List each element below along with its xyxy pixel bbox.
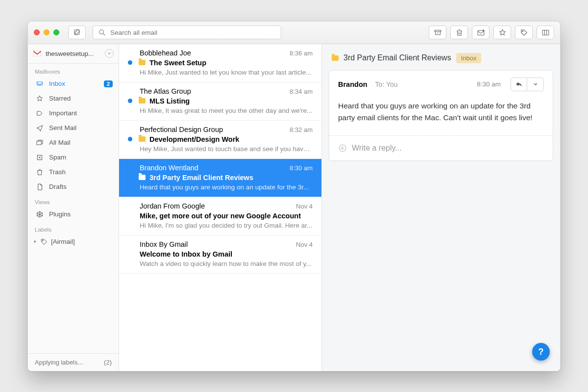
svg-point-1 (99, 29, 104, 34)
close-window-button[interactable] (34, 29, 40, 35)
mail-unread-icon (477, 28, 485, 37)
compose-button[interactable] (68, 26, 86, 39)
message-time: Nov 4 (296, 203, 313, 210)
reply-circle-icon (338, 144, 347, 153)
account-switcher[interactable]: thesweetsetup... (28, 44, 119, 64)
inbox-chip: Inbox (456, 53, 482, 63)
tag-button[interactable] (515, 26, 533, 39)
reader-subject: 3rd Party Email Client Reviews (343, 53, 451, 62)
sidebar-item-airmail-label[interactable]: [Airmail] (28, 235, 119, 249)
sidebar-item-label: Trash (49, 168, 113, 176)
inbox-badge: 2 (104, 80, 113, 87)
sidebar-item-allmail[interactable]: All Mail (28, 135, 119, 150)
message-preview: Hey Mike, Just wanted to touch base and … (140, 145, 313, 153)
plugins-icon (36, 210, 44, 218)
message-time: 8:32 am (290, 126, 313, 133)
sidebar-item-starred[interactable]: Starred (28, 91, 119, 106)
delete-button[interactable] (450, 26, 468, 39)
search-input[interactable] (110, 29, 276, 36)
message-time: 8:36 am (290, 50, 313, 57)
drafts-icon (36, 183, 44, 191)
sidebar-item-plugins[interactable]: Plugins (28, 207, 119, 222)
maximize-window-button[interactable] (53, 29, 59, 35)
account-dropdown-icon[interactable] (105, 49, 114, 58)
reply-icon (515, 80, 523, 88)
search-field[interactable] (93, 26, 281, 39)
compose-icon (73, 28, 81, 37)
sidebar-item-important[interactable]: Important (28, 106, 119, 121)
message-subject: The Sweet Setup (149, 59, 206, 67)
message-sender: Inbox By Gmail (140, 240, 188, 248)
unread-dot-icon (128, 137, 132, 141)
important-icon (36, 109, 44, 117)
sidebar-item-inbox[interactable]: Inbox 2 (28, 77, 119, 91)
reply-input-row[interactable]: Write a reply... (329, 135, 553, 160)
message-item[interactable]: Perfectional Design Group8:32 am Develop… (119, 121, 321, 159)
trash-icon (455, 28, 464, 37)
archive-button[interactable] (429, 26, 446, 39)
sidebar-item-sent[interactable]: Sent Mail (28, 121, 119, 135)
sidebar-item-trash[interactable]: Trash (28, 165, 119, 180)
layout-toggle-button[interactable] (537, 26, 554, 39)
message-subject: Mike, get more out of your new Google Ac… (140, 212, 301, 220)
message-card: Brandon To: You 8:30 am Heard that you g… (329, 70, 553, 161)
svg-point-4 (482, 29, 484, 31)
message-sender: Jordan From Google (140, 202, 205, 210)
message-list: Bobblehead Joe8:36 am The Sweet Setup Hi… (119, 44, 322, 371)
minimize-window-button[interactable] (44, 29, 49, 35)
message-preview: Watch a video to quickly learn how to ma… (140, 260, 313, 267)
app-window: thesweetsetup... Mailboxes Inbox 2 Starr… (27, 21, 561, 371)
status-count: (2) (104, 359, 112, 366)
message-time: 8:30 am (477, 80, 501, 88)
folder-icon (139, 60, 146, 65)
message-time: 8:34 am (290, 88, 313, 95)
allmail-icon (36, 139, 44, 147)
tag-icon (520, 28, 528, 37)
message-subject: 3rd Party Email Client Reviews (149, 174, 253, 182)
sent-icon (36, 124, 44, 132)
message-sender: Perfectional Design Group (140, 126, 223, 133)
sidebar-item-label: Starred (49, 95, 113, 102)
disclosure-triangle-icon (33, 239, 37, 244)
message-preview: Hi Mike, I'm so glad you decided to try … (140, 222, 313, 229)
sidebar-item-label: All Mail (49, 139, 113, 146)
message-sender: Brandon Wentland (140, 164, 198, 172)
message-item[interactable]: Bobblehead Joe8:36 am The Sweet Setup Hi… (119, 44, 321, 82)
from-name: Brandon (338, 80, 368, 88)
reader-pane: 3rd Party Email Client Reviews Inbox Bra… (322, 44, 560, 371)
message-item[interactable]: Inbox By GmailNov 4 Welcome to Inbox by … (119, 235, 321, 274)
message-item[interactable]: Jordan From GoogleNov 4 Mike, get more o… (119, 197, 321, 235)
help-button[interactable]: ? (532, 343, 550, 361)
unread-dot-icon (128, 60, 132, 65)
main-area: thesweetsetup... Mailboxes Inbox 2 Starr… (28, 44, 560, 371)
section-views-title: Views (28, 194, 119, 207)
star-icon (498, 28, 507, 37)
tag-icon (40, 238, 48, 246)
svg-point-5 (522, 30, 523, 31)
message-item-selected[interactable]: Brandon Wentland8:30 am 3rd Party Email … (119, 159, 321, 197)
sidebar-item-spam[interactable]: Spam (28, 150, 119, 165)
message-subject: MLS Listing (149, 97, 190, 105)
section-mailboxes-title: Mailboxes (28, 64, 119, 77)
spam-icon (36, 154, 44, 161)
message-subject: Development/Design Work (149, 135, 239, 143)
message-time: 8:30 am (290, 164, 313, 172)
toolbar-actions (429, 26, 554, 39)
star-button[interactable] (493, 26, 511, 39)
mark-unread-button[interactable] (472, 26, 490, 39)
sidebar-item-drafts[interactable]: Drafts (28, 180, 119, 194)
sidebar-item-label: Drafts (49, 183, 113, 190)
star-icon (36, 95, 44, 103)
message-item[interactable]: The Atlas Group8:34 am MLS Listing Hi Mi… (119, 82, 321, 121)
titlebar (28, 22, 560, 44)
reply-more-button[interactable] (527, 78, 544, 91)
sidebar-item-label: Plugins (49, 210, 113, 218)
trash-icon (36, 168, 44, 176)
message-card-header: Brandon To: You 8:30 am (329, 71, 553, 98)
section-labels-title: Labels (28, 222, 119, 235)
gmail-icon (33, 50, 42, 57)
reply-button[interactable] (511, 78, 527, 91)
svg-rect-6 (542, 30, 549, 35)
folder-icon (332, 55, 339, 61)
to-label: To: You (375, 80, 398, 88)
